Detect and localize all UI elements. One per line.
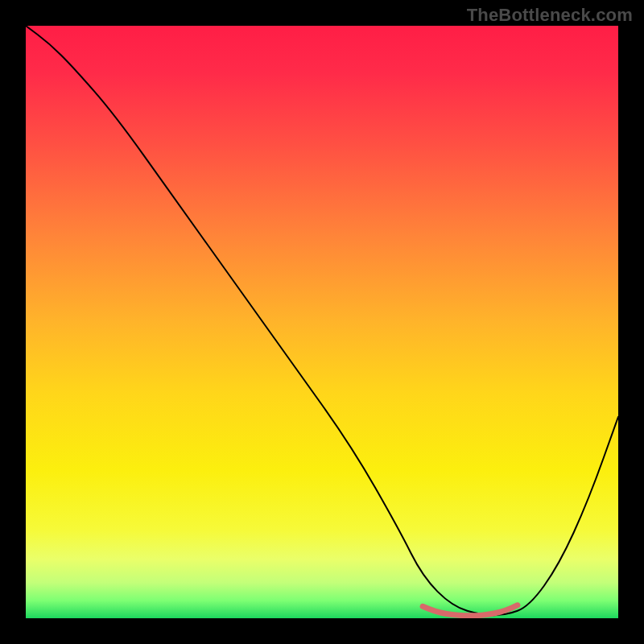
plot-area: [26, 26, 618, 618]
bottleneck-curve: [26, 26, 618, 615]
chart-frame: TheBottleneck.com: [0, 0, 644, 644]
chart-lines: [26, 26, 618, 618]
watermark-text: TheBottleneck.com: [467, 5, 633, 26]
